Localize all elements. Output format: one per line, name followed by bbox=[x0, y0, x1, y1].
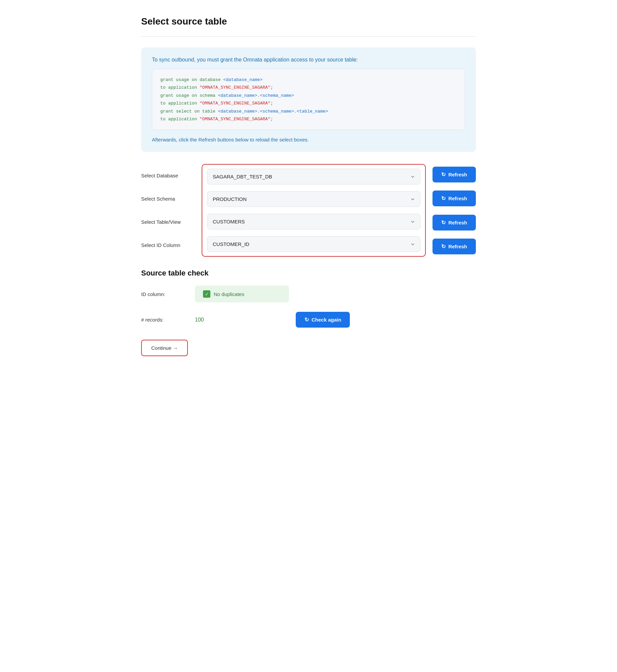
database-refresh-button[interactable]: ↻ Refresh bbox=[433, 167, 476, 182]
code-string: "OMNATA_SYNC_ENGINE_SAGARA" bbox=[200, 101, 271, 106]
id-column-refresh-button[interactable]: ↻ Refresh bbox=[433, 239, 476, 254]
selectors-dropdowns-group: SAGARA_DBT_TEST_DB PRODUCTION CUSTOMERS … bbox=[202, 164, 426, 257]
continue-button[interactable]: Continue → bbox=[141, 340, 188, 356]
code-line-4: to application "OMNATA_SYNC_ENGINE_SAGAR… bbox=[160, 99, 457, 107]
code-text: to application bbox=[160, 85, 200, 90]
code-placeholder: <table_name> bbox=[297, 109, 328, 114]
database-label: Select Database bbox=[141, 173, 195, 178]
refresh-icon: ↻ bbox=[441, 243, 446, 250]
schema-refresh-button[interactable]: ↻ Refresh bbox=[433, 191, 476, 206]
table-select[interactable]: CUSTOMERS bbox=[207, 214, 420, 229]
no-duplicates-badge: ✓ No duplicates bbox=[195, 286, 289, 302]
selectors-container: Select Database Select Schema Select Tab… bbox=[141, 164, 476, 257]
table-label: Select Table/View bbox=[141, 219, 195, 225]
refresh-icon: ↻ bbox=[441, 171, 446, 178]
code-line-2: to application "OMNATA_SYNC_ENGINE_SAGAR… bbox=[160, 84, 457, 91]
schema-select[interactable]: PRODUCTION bbox=[207, 191, 420, 207]
database-refresh-label: Refresh bbox=[448, 172, 467, 177]
code-placeholder: <database_name> bbox=[218, 93, 257, 98]
database-select[interactable]: SAGARA_DBT_TEST_DB bbox=[207, 169, 420, 184]
code-text: . bbox=[294, 109, 297, 114]
code-string: "OMNATA_SYNC_ENGINE_SAGARA" bbox=[200, 85, 271, 90]
table-label-row: Select Table/View bbox=[141, 213, 195, 231]
section-divider bbox=[141, 36, 476, 37]
id-column-label: Select ID Column bbox=[141, 242, 195, 248]
code-block: grant usage on database <database_name> … bbox=[152, 69, 465, 130]
code-text: grant usage on database bbox=[160, 77, 223, 82]
info-box-title: To sync outbound, you must grant the Omn… bbox=[152, 57, 465, 63]
records-label: # records: bbox=[141, 317, 188, 323]
selectors-labels: Select Database Select Schema Select Tab… bbox=[141, 164, 195, 257]
id-column-check-label: ID column: bbox=[141, 291, 188, 297]
code-line-5: grant select on table <database_name>.<s… bbox=[160, 108, 457, 115]
table-refresh-label: Refresh bbox=[448, 220, 467, 225]
code-text: grant usage on schema bbox=[160, 93, 218, 98]
code-line-6: to application "OMNATA_SYNC_ENGINE_SAGAR… bbox=[160, 115, 457, 123]
code-placeholder: <database_name> bbox=[223, 77, 262, 82]
no-duplicates-label: No duplicates bbox=[214, 291, 244, 297]
check-again-button[interactable]: ↻ Check again bbox=[296, 312, 350, 328]
source-check-title: Source table check bbox=[141, 269, 476, 278]
id-column-label-row: Select ID Column bbox=[141, 237, 195, 254]
refresh-buttons-group: ↻ Refresh ↻ Refresh ↻ Refresh ↻ Refresh bbox=[433, 164, 476, 257]
code-text: to application bbox=[160, 101, 200, 106]
refresh-icon: ↻ bbox=[441, 219, 446, 226]
table-refresh-button[interactable]: ↻ Refresh bbox=[433, 215, 476, 230]
schema-label: Select Schema bbox=[141, 196, 195, 202]
info-box-footer: Afterwards, click the Refresh buttons be… bbox=[152, 137, 465, 142]
code-placeholder: <database_name> bbox=[218, 109, 257, 114]
page-title: Select source table bbox=[141, 16, 476, 27]
refresh-icon: ↻ bbox=[441, 195, 446, 202]
records-check-row: # records: 100 ↻ Check again bbox=[141, 312, 476, 328]
schema-refresh-label: Refresh bbox=[448, 196, 467, 201]
info-box: To sync outbound, you must grant the Omn… bbox=[141, 47, 476, 152]
code-line-1: grant usage on database <database_name> bbox=[160, 76, 457, 84]
code-text: ; bbox=[271, 85, 273, 90]
code-text: ; bbox=[271, 101, 273, 106]
id-column-select[interactable]: CUSTOMER_ID bbox=[207, 236, 420, 252]
id-column-refresh-label: Refresh bbox=[448, 244, 467, 249]
records-value: 100 bbox=[195, 312, 289, 328]
check-icon: ✓ bbox=[203, 290, 210, 298]
code-line-3: grant usage on schema <database_name>.<s… bbox=[160, 92, 457, 99]
code-placeholder: <schema_name> bbox=[260, 93, 294, 98]
refresh-icon: ↻ bbox=[304, 317, 309, 323]
code-text: grant select on table bbox=[160, 109, 218, 114]
database-label-row: Select Database bbox=[141, 167, 195, 184]
continue-label: Continue → bbox=[151, 345, 178, 351]
schema-label-row: Select Schema bbox=[141, 190, 195, 208]
check-again-label: Check again bbox=[312, 317, 341, 323]
code-text: ; bbox=[271, 117, 273, 122]
code-placeholder: <schema_name> bbox=[260, 109, 294, 114]
id-column-check-row: ID column: ✓ No duplicates bbox=[141, 286, 476, 302]
code-string: "OMNATA_SYNC_ENGINE_SAGARA" bbox=[200, 117, 271, 122]
code-text: to application bbox=[160, 117, 200, 122]
